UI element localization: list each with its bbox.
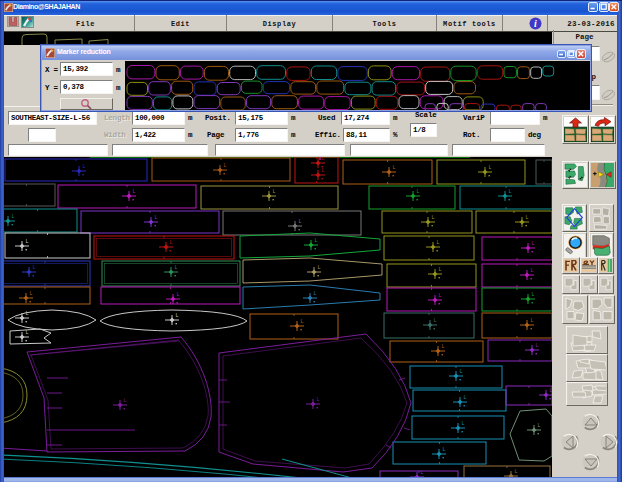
svg-text:i: i: [534, 18, 537, 29]
